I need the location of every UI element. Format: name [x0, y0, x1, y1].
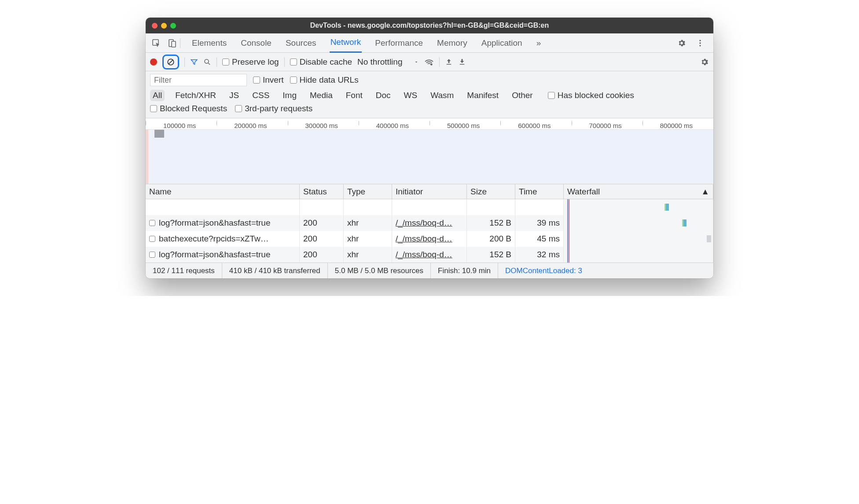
table-row[interactable]: [146, 199, 713, 215]
tab-performance[interactable]: Performance: [374, 34, 424, 52]
tab-more[interactable]: »: [536, 34, 542, 52]
type-filter-ws[interactable]: WS: [401, 90, 420, 101]
svg-rect-2: [172, 41, 176, 47]
col-waterfall-label: Waterfall: [567, 187, 600, 197]
type-filter-css[interactable]: CSS: [250, 90, 272, 101]
file-icon: [149, 252, 155, 258]
checkbox-icon: [548, 92, 555, 99]
type-filter-media[interactable]: Media: [307, 90, 335, 101]
tab-sources[interactable]: Sources: [285, 34, 317, 52]
request-time: 39 ms: [515, 215, 564, 231]
search-icon[interactable]: [203, 58, 211, 66]
blocked-requests-checkbox[interactable]: Blocked Requests: [150, 104, 227, 113]
status-transferred: 410 kB / 410 kB transferred: [222, 263, 328, 278]
titlebar: DevTools - news.google.com/topstories?hl…: [146, 18, 713, 33]
checkbox-icon: [222, 58, 229, 66]
invert-checkbox[interactable]: Invert: [253, 75, 284, 85]
tab-memory[interactable]: Memory: [436, 34, 468, 52]
timeline-tick: 600000 ms: [500, 122, 571, 129]
waterfall-bar: [707, 235, 711, 242]
download-har-icon[interactable]: [458, 58, 466, 66]
timeline-tick: 500000 ms: [430, 122, 500, 129]
request-type: xhr: [344, 231, 392, 247]
tab-application[interactable]: Application: [481, 34, 523, 52]
table-row[interactable]: batchexecute?rpcids=xZTw… 200 xhr /_/mss…: [146, 231, 713, 247]
extra-filter-row: Blocked Requests 3rd-party requests: [146, 104, 713, 118]
window-title: DevTools - news.google.com/topstories?hl…: [146, 22, 713, 29]
timeline-tick: 400000 ms: [359, 122, 430, 129]
request-status: 200: [300, 215, 344, 231]
blocked-requests-label: Blocked Requests: [160, 104, 227, 113]
hide-data-urls-checkbox[interactable]: Hide data URLs: [290, 75, 359, 85]
type-filter-row: All Fetch/XHR JS CSS Img Media Font Doc …: [146, 88, 713, 104]
checkbox-icon: [290, 58, 297, 66]
table-row[interactable]: log?format=json&hasfast=true 200 xhr /_/…: [146, 215, 713, 231]
type-filter-manifest[interactable]: Manifest: [464, 90, 501, 101]
timeline-overview[interactable]: 100000 ms 200000 ms 300000 ms 400000 ms …: [146, 118, 713, 184]
has-blocked-cookies-checkbox[interactable]: Has blocked cookies: [548, 91, 634, 100]
timeline-tick: 100000 ms: [146, 122, 217, 129]
col-waterfall[interactable]: Waterfall ▲: [564, 184, 713, 199]
request-type: xhr: [344, 247, 392, 263]
svg-rect-9: [447, 64, 452, 65]
close-window-button[interactable]: [152, 23, 158, 29]
type-filter-fetchxhr[interactable]: Fetch/XHR: [173, 90, 219, 101]
tab-elements[interactable]: Elements: [191, 34, 228, 52]
type-filter-all[interactable]: All: [150, 90, 165, 101]
filter-input[interactable]: [150, 74, 247, 86]
throttling-select[interactable]: No throttling: [357, 57, 419, 67]
col-type[interactable]: Type: [344, 184, 392, 199]
timeline-tick: 200000 ms: [217, 122, 287, 129]
network-settings-icon[interactable]: [700, 58, 709, 66]
request-name: batchexecute?rpcids=xZTw…: [159, 234, 269, 244]
disable-cache-checkbox[interactable]: Disable cache: [290, 57, 352, 67]
network-toolbar: Preserve log Disable cache No throttling: [146, 53, 713, 71]
upload-har-icon[interactable]: [445, 58, 453, 66]
col-name[interactable]: Name: [146, 184, 300, 199]
requests-body: log?format=json&hasfast=true 200 xhr /_/…: [146, 199, 713, 263]
panel-tabs: Elements Console Sources Network Perform…: [191, 33, 674, 53]
request-initiator[interactable]: /_/mss/boq-d…: [396, 250, 452, 259]
col-size[interactable]: Size: [467, 184, 515, 199]
network-conditions-icon[interactable]: [424, 58, 434, 66]
inspect-element-icon[interactable]: [148, 35, 164, 51]
requests-header: Name Status Type Initiator Size Time Wat…: [146, 184, 713, 199]
type-filter-font[interactable]: Font: [343, 90, 365, 101]
col-initiator[interactable]: Initiator: [392, 184, 467, 199]
hide-data-urls-label: Hide data URLs: [300, 75, 359, 85]
settings-icon[interactable]: [674, 35, 690, 51]
type-filter-doc[interactable]: Doc: [373, 90, 393, 101]
status-resources: 5.0 MB / 5.0 MB resources: [328, 263, 431, 278]
tab-console[interactable]: Console: [240, 34, 272, 52]
minimize-window-button[interactable]: [161, 23, 167, 29]
request-initiator[interactable]: /_/mss/boq-d…: [396, 218, 452, 228]
invert-label: Invert: [263, 75, 284, 85]
filter-icon[interactable]: [190, 58, 198, 66]
type-filter-wasm[interactable]: Wasm: [428, 90, 456, 101]
col-status[interactable]: Status: [300, 184, 344, 199]
kebab-menu-icon[interactable]: [692, 35, 708, 51]
maximize-window-button[interactable]: [170, 23, 176, 29]
request-size: 152 B: [467, 247, 515, 263]
request-size: 200 B: [467, 231, 515, 247]
separator: [180, 38, 180, 48]
timeline-activity: [154, 130, 164, 138]
chevron-down-icon: [414, 59, 419, 65]
throttling-value: No throttling: [357, 57, 402, 67]
separator: [439, 57, 440, 67]
tab-network[interactable]: Network: [330, 33, 362, 53]
device-toolbar-icon[interactable]: [164, 35, 180, 51]
request-status: 200: [300, 247, 344, 263]
table-row[interactable]: log?format=json&hasfast=true 200 xhr /_/…: [146, 247, 713, 263]
col-time[interactable]: Time: [515, 184, 564, 199]
timeline-tick: 300000 ms: [288, 122, 359, 129]
request-initiator[interactable]: /_/mss/boq-d…: [396, 234, 452, 244]
third-party-checkbox[interactable]: 3rd-party requests: [235, 104, 312, 113]
type-filter-other[interactable]: Other: [509, 90, 536, 101]
type-filter-js[interactable]: JS: [227, 90, 242, 101]
third-party-label: 3rd-party requests: [245, 104, 312, 113]
preserve-log-checkbox[interactable]: Preserve log: [222, 57, 279, 67]
type-filter-img[interactable]: Img: [280, 90, 299, 101]
record-button[interactable]: [150, 58, 157, 66]
clear-log-button[interactable]: [162, 55, 179, 69]
